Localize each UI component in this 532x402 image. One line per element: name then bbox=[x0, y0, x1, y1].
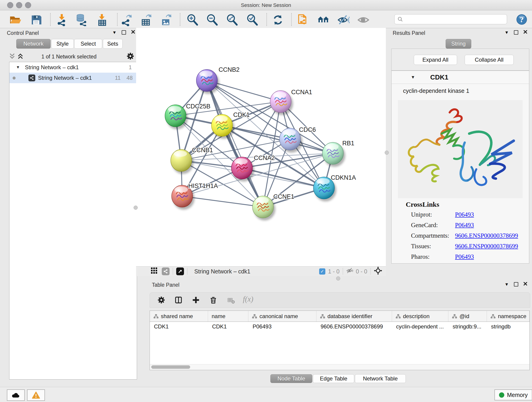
zoom-in-icon[interactable] bbox=[186, 14, 199, 26]
crosslink-link[interactable]: 9606.ENSP00000378699 bbox=[455, 232, 518, 239]
show-columns-icon[interactable] bbox=[174, 296, 183, 305]
import-network-file-icon[interactable] bbox=[56, 14, 68, 26]
refresh-icon[interactable] bbox=[272, 14, 284, 26]
column-flow-icon bbox=[252, 314, 257, 319]
open-session-icon[interactable] bbox=[9, 14, 22, 26]
tab-network-table[interactable]: Network Table bbox=[355, 374, 406, 383]
home-networks-icon[interactable] bbox=[317, 14, 329, 26]
table-row[interactable]: CDK1CDK1P064939606.ENSP00000378699cyclin… bbox=[150, 322, 530, 332]
network-row-selected[interactable]: String Network – cdk1 11 48 bbox=[9, 73, 137, 83]
network-node-cdc25b[interactable]: CDC25B bbox=[165, 103, 210, 127]
network-collection-label: String Network – cdk1 bbox=[25, 64, 79, 70]
crosslink-link[interactable]: P06493 bbox=[455, 222, 474, 229]
table-cell[interactable]: stringdb bbox=[487, 322, 530, 332]
import-table-icon[interactable] bbox=[96, 14, 108, 26]
network-node-cdkn1a[interactable]: CDKN1A bbox=[313, 174, 356, 199]
tab-string[interactable]: String bbox=[446, 39, 471, 49]
table-cell[interactable]: stringdb:9... bbox=[448, 322, 487, 332]
table-cell[interactable]: P06493 bbox=[248, 322, 317, 332]
expand-all-button[interactable]: Expand All bbox=[414, 55, 457, 65]
tab-network[interactable]: Network bbox=[16, 39, 51, 49]
function-builder-icon[interactable]: f(x) bbox=[243, 295, 253, 303]
network-collection-row[interactable]: ▼ String Network – cdk1 1 bbox=[9, 62, 137, 73]
table-settings-gear-icon[interactable] bbox=[157, 296, 166, 305]
crosslink-link[interactable]: 9606.ENSP00000378699 bbox=[455, 243, 518, 250]
network-node-ccna1[interactable]: CCNA1 bbox=[270, 89, 312, 113]
grid-view-icon[interactable] bbox=[151, 267, 158, 275]
zoom-fit-icon[interactable] bbox=[226, 14, 239, 26]
zoom-selected-icon[interactable] bbox=[246, 14, 259, 26]
table-cell[interactable]: CDK1 bbox=[208, 322, 249, 332]
panel-menu-caret-icon[interactable]: ▼ bbox=[505, 30, 509, 35]
network-node-cdk1[interactable]: CDK1 bbox=[211, 111, 250, 136]
column-header[interactable]: namespace bbox=[487, 311, 530, 322]
collapse-all-button[interactable]: Collapse All bbox=[465, 55, 514, 65]
panel-close-icon[interactable] bbox=[523, 30, 527, 35]
column-header[interactable]: description bbox=[392, 311, 449, 322]
left-splitter-handle[interactable] bbox=[133, 206, 138, 210]
hide-show-graphics-icon[interactable] bbox=[337, 14, 350, 26]
network-canvas[interactable]: CCNB2CCNA1CDC25BCDK1CDC6RB1CCNB1CCNA2CDK… bbox=[136, 28, 386, 266]
node-table: shared namenamecanonical namedatabase id… bbox=[150, 311, 530, 370]
panel-close-icon[interactable] bbox=[523, 282, 527, 287]
export-network-icon[interactable] bbox=[120, 14, 133, 26]
network-node-hist1h1a[interactable]: HIST1H1A bbox=[172, 182, 218, 207]
panel-menu-caret-icon[interactable]: ▼ bbox=[112, 30, 117, 35]
tab-select[interactable]: Select bbox=[74, 39, 102, 49]
zoom-out-icon[interactable] bbox=[206, 14, 219, 26]
table-cell[interactable]: CDK1 bbox=[150, 322, 208, 332]
column-header[interactable]: database identifier bbox=[317, 311, 392, 322]
protein-name: CDK1 bbox=[430, 74, 448, 81]
network-node-rb1[interactable]: RB1 bbox=[322, 140, 355, 164]
hidden-eye-icon[interactable] bbox=[346, 267, 354, 275]
tab-style[interactable]: Style bbox=[51, 39, 74, 49]
cloud-button[interactable] bbox=[7, 389, 25, 401]
network-share-view-icon[interactable] bbox=[162, 268, 170, 275]
column-header[interactable]: @id bbox=[448, 311, 487, 322]
memory-button[interactable]: Memory bbox=[494, 389, 532, 400]
panel-float-icon[interactable] bbox=[514, 30, 518, 35]
network-node-ccne1[interactable]: CCNE1 bbox=[253, 193, 294, 218]
show-details-eye-icon[interactable] bbox=[357, 14, 370, 26]
duplicate-network-icon[interactable] bbox=[297, 14, 309, 26]
network-graph[interactable]: CCNB2CCNA1CDC25BCDK1CDC6RB1CCNB1CCNA2CDK… bbox=[136, 28, 386, 266]
delete-table-icon[interactable] bbox=[227, 297, 235, 305]
column-header[interactable]: canonical name bbox=[248, 311, 317, 322]
delete-column-trash-icon[interactable] bbox=[209, 296, 218, 305]
tab-sets[interactable]: Sets bbox=[103, 39, 123, 49]
crosslink-label: GeneCard: bbox=[411, 222, 455, 229]
add-column-plus-icon[interactable] bbox=[191, 296, 200, 305]
network-node-cdc6[interactable]: CDC6 bbox=[279, 126, 316, 150]
warnings-button[interactable] bbox=[27, 389, 45, 401]
panel-float-icon[interactable] bbox=[122, 30, 126, 35]
search-field[interactable] bbox=[394, 14, 507, 24]
crosslink-link[interactable]: P06493 bbox=[455, 211, 474, 218]
panel-float-icon[interactable] bbox=[514, 282, 518, 287]
birds-eye-view-icon[interactable] bbox=[176, 268, 184, 275]
hscrollbar-thumb[interactable] bbox=[151, 365, 190, 369]
panel-close-icon[interactable] bbox=[131, 30, 135, 35]
network-options-gear-icon[interactable] bbox=[126, 52, 135, 61]
column-header[interactable]: shared name bbox=[150, 311, 208, 322]
selected-checkbox-icon[interactable]: ✓ bbox=[319, 268, 325, 274]
section-collapse-caret-icon[interactable]: ▼ bbox=[411, 75, 415, 80]
search-icon bbox=[397, 16, 403, 22]
export-table-icon[interactable] bbox=[140, 14, 152, 26]
tab-node-table[interactable]: Node Table bbox=[270, 374, 312, 383]
export-image-icon[interactable] bbox=[160, 14, 172, 26]
crosslink-link[interactable]: P06493 bbox=[455, 253, 474, 260]
import-network-database-icon[interactable] bbox=[75, 14, 88, 26]
help-button[interactable]: ? bbox=[516, 13, 528, 26]
column-header[interactable]: name bbox=[208, 311, 249, 322]
tree-expander-icon[interactable]: ▼ bbox=[16, 65, 20, 70]
current-network-dot-icon bbox=[13, 77, 16, 80]
tab-edge-table[interactable]: Edge Table bbox=[313, 374, 354, 383]
table-hscrollbar[interactable] bbox=[150, 364, 530, 370]
table-cell[interactable]: 9606.ENSP00000378699 bbox=[317, 322, 392, 332]
save-session-icon[interactable] bbox=[30, 14, 42, 26]
network-edge[interactable] bbox=[182, 196, 263, 207]
panel-menu-caret-icon[interactable]: ▼ bbox=[505, 282, 509, 287]
search-input[interactable] bbox=[403, 16, 496, 22]
fit-selected-crosshair-icon[interactable] bbox=[374, 267, 382, 276]
table-cell[interactable]: cyclin-dependent ... bbox=[392, 322, 449, 332]
